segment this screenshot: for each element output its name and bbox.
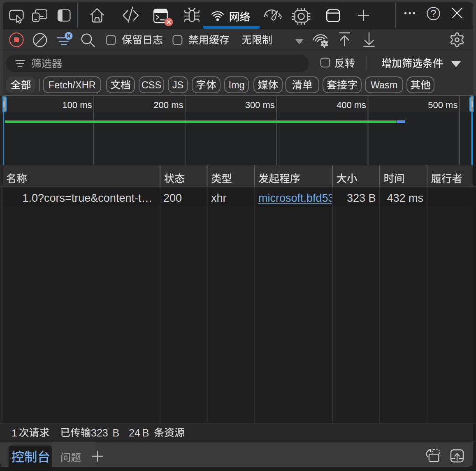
svg-text:432 ms: 432 ms: [387, 192, 423, 204]
svg-text:100 ms: 100 ms: [62, 100, 92, 110]
svg-text:1.0?cors=true&content-t…: 1.0?cors=true&content-t…: [23, 192, 153, 204]
svg-text:Wasm: Wasm: [371, 80, 398, 90]
svg-text:microsoft.bfd533: microsoft.bfd533: [258, 192, 341, 204]
svg-text:?: ?: [431, 8, 437, 19]
svg-text:323: 323: [91, 427, 108, 439]
svg-text:Fetch/XHR: Fetch/XHR: [49, 80, 96, 90]
svg-text:400 ms: 400 ms: [337, 100, 366, 110]
svg-text:CSS: CSS: [142, 80, 161, 90]
svg-text:24: 24: [129, 427, 140, 439]
svg-text:323 B: 323 B: [347, 192, 376, 204]
svg-text:200: 200: [163, 192, 182, 204]
svg-text:1: 1: [12, 427, 17, 439]
svg-text:B: B: [113, 427, 120, 439]
svg-text:B: B: [142, 427, 149, 439]
svg-text:Img: Img: [228, 80, 244, 90]
svg-text:200 ms: 200 ms: [153, 100, 183, 110]
svg-text:JS: JS: [172, 80, 183, 90]
svg-text:xhr: xhr: [211, 192, 227, 204]
svg-text:500 ms: 500 ms: [428, 100, 457, 110]
svg-text:300 ms: 300 ms: [245, 100, 275, 110]
